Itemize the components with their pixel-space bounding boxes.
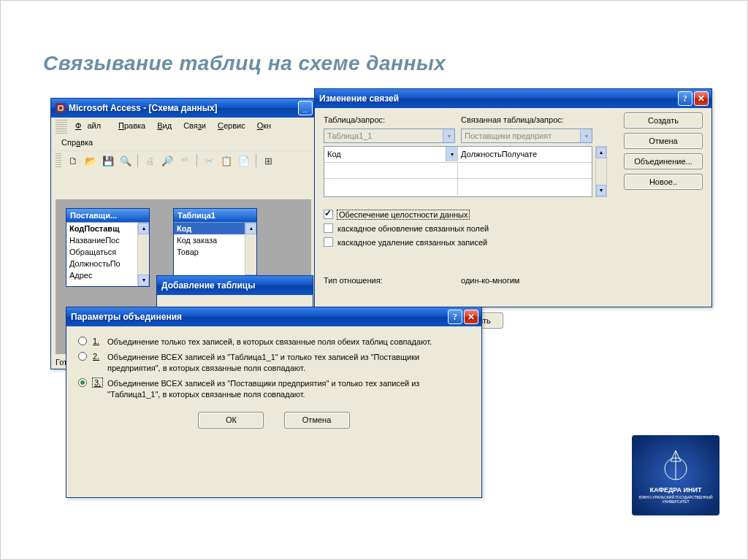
- minimize-button[interactable]: _: [298, 101, 313, 115]
- spellcheck-icon[interactable]: ᵃᵇ: [177, 153, 193, 168]
- checkbox-icon: [324, 237, 333, 247]
- option-text: Объединение только тех записей, в которы…: [107, 337, 470, 348]
- schema-table-title: Таблица1: [174, 209, 256, 222]
- join-option-1[interactable]: 1. Объединение только тех записей, в кот…: [78, 337, 470, 348]
- menubar-grip-icon: [56, 120, 67, 134]
- left-table-combo[interactable]: Таблица1_1▾: [324, 129, 455, 143]
- menu-windows[interactable]: Окн: [251, 120, 277, 134]
- left-field-combo[interactable]: Код▾: [324, 147, 458, 161]
- open-icon[interactable]: 📂: [83, 153, 99, 168]
- logo-line2: ЮЖНО-УРАЛЬСКИЙ ГОСУДАРСТВЕННЫЙ УНИВЕРСИТ…: [632, 495, 720, 504]
- option-number: 1.: [93, 337, 107, 345]
- menu-edit[interactable]: Правка: [112, 120, 151, 134]
- close-button[interactable]: ✕: [694, 91, 709, 106]
- close-button[interactable]: ✕: [464, 310, 478, 324]
- save-icon[interactable]: 💾: [100, 153, 116, 168]
- edit-rel-titlebar: Изменение связей ? ✕: [315, 89, 711, 108]
- checkbox-label: каскадное удаление связанных записей: [337, 238, 487, 247]
- checkbox-icon: [324, 210, 333, 219]
- join-option-3[interactable]: 3. Объединение ВСЕХ записей из "Поставщи…: [78, 378, 470, 400]
- cancel-button[interactable]: Отмена: [284, 412, 350, 429]
- edit-rel-title: Изменение связей: [319, 93, 676, 104]
- chevron-down-icon: ▾: [446, 147, 457, 161]
- cut-icon[interactable]: ✂: [201, 153, 217, 168]
- checkbox-label: Обеспечение целостности данных: [337, 210, 469, 219]
- scroll-up-icon[interactable]: ▴: [138, 223, 149, 234]
- right-table-label: Связанная таблица/запрос:: [461, 115, 564, 124]
- show-table-icon[interactable]: ⊞: [260, 153, 276, 168]
- menu-help[interactable]: Справка: [56, 137, 99, 148]
- add-table-title: Добавление таблицы: [161, 280, 310, 291]
- new-icon[interactable]: 🗋: [65, 153, 81, 168]
- option-text: Объединение ВСЕХ записей из "Поставщики …: [107, 378, 470, 400]
- checkbox-label: каскадное обновление связанных полей: [337, 224, 489, 233]
- menubar: Файл Правка Вид Связи Сервис Окн: [51, 118, 316, 137]
- slide-title: Связывание таблиц на схеме данных: [43, 52, 446, 75]
- right-field-cell[interactable]: ДолжностьПолучате: [458, 147, 592, 161]
- join-params-dialog: Параметры объединения ? ✕ 1. Объединение…: [66, 307, 482, 498]
- chevron-down-icon: ▾: [443, 129, 454, 142]
- access-icon: [56, 103, 66, 113]
- access-titlebar: Microsoft Access - [Схема данных] _: [51, 99, 316, 118]
- menu-relationships[interactable]: Связи: [178, 120, 212, 134]
- relation-type-value: один-ко-многим: [461, 276, 519, 285]
- radio-icon: [78, 352, 87, 361]
- chevron-down-icon: ▾: [580, 129, 592, 142]
- menu-tools[interactable]: Сервис: [212, 120, 251, 134]
- join-params-titlebar: Параметры объединения ? ✕: [66, 307, 481, 326]
- menu-view[interactable]: Вид: [151, 120, 178, 134]
- add-table-titlebar: Добавление таблицы: [157, 276, 313, 295]
- schema-table-box-suppliers[interactable]: Поставщи... КодПоставщ НазваниеПос Обращ…: [66, 208, 150, 287]
- join-option-2[interactable]: 2. Объединение ВСЕХ записей из "Таблица1…: [78, 352, 470, 374]
- field-scrollbar[interactable]: ▴ ▾: [137, 223, 149, 286]
- scroll-down-icon[interactable]: ▾: [138, 275, 149, 286]
- option-text: Объединение ВСЕХ записей из "Таблица1_1"…: [107, 352, 470, 374]
- schema-table-title: Поставщи...: [66, 209, 149, 222]
- join-button[interactable]: Объединение...: [624, 153, 703, 169]
- join-params-title: Параметры объединения: [71, 312, 446, 322]
- print-icon[interactable]: 🖨: [142, 153, 158, 168]
- logo-icon: [657, 447, 694, 483]
- right-table-combo[interactable]: Поставщики предприят▾: [461, 129, 592, 143]
- checkbox-integrity[interactable]: Обеспечение целостности данных: [324, 210, 601, 219]
- university-logo: КАФЕДРА ИНИТ ЮЖНО-УРАЛЬСКИЙ ГОСУДАРСТВЕН…: [632, 435, 720, 515]
- left-table-label: Таблица/запрос:: [324, 115, 385, 124]
- radio-icon: [78, 378, 87, 387]
- radio-icon: [78, 337, 87, 345]
- scroll-up-icon[interactable]: ▴: [596, 147, 606, 158]
- option-number: 3.: [93, 378, 107, 387]
- option-number: 2.: [93, 352, 107, 361]
- checkbox-cascade-delete[interactable]: каскадное удаление связанных записей: [324, 237, 601, 247]
- new-button[interactable]: Новое..: [624, 174, 703, 190]
- paste-icon[interactable]: 📄: [236, 153, 252, 168]
- menu-file[interactable]: Файл: [69, 120, 112, 134]
- edit-relationships-dialog: Изменение связей ? ✕ Таблица/запрос: Свя…: [314, 88, 712, 307]
- copy-icon[interactable]: 📋: [218, 153, 234, 168]
- logo-line1: КАФЕДРА ИНИТ: [649, 486, 701, 494]
- ok-button[interactable]: ОК: [198, 412, 264, 429]
- scroll-up-icon[interactable]: ▴: [245, 223, 256, 234]
- access-title: Microsoft Access - [Схема данных]: [69, 103, 297, 113]
- checkbox-cascade-update[interactable]: каскадное обновление связанных полей: [324, 223, 601, 233]
- grid-scrollbar[interactable]: ▴ ▾: [595, 146, 607, 197]
- relation-type-label: Тип отношения:: [324, 276, 383, 285]
- toolbar-grip-icon: [56, 153, 61, 168]
- create-button[interactable]: Создать: [624, 112, 703, 129]
- preview-icon[interactable]: 🔎: [159, 153, 175, 168]
- search-icon[interactable]: 🔍: [118, 153, 134, 168]
- scroll-down-icon[interactable]: ▾: [596, 185, 606, 196]
- help-button[interactable]: ?: [448, 310, 462, 324]
- toolbar: 🗋 📂 💾 🔍 🖨 🔎 ᵃᵇ ✂ 📋 📄 ⊞: [51, 150, 316, 170]
- cancel-button[interactable]: Отмена: [624, 133, 703, 149]
- checkbox-icon: [324, 223, 333, 233]
- help-button[interactable]: ?: [678, 91, 692, 106]
